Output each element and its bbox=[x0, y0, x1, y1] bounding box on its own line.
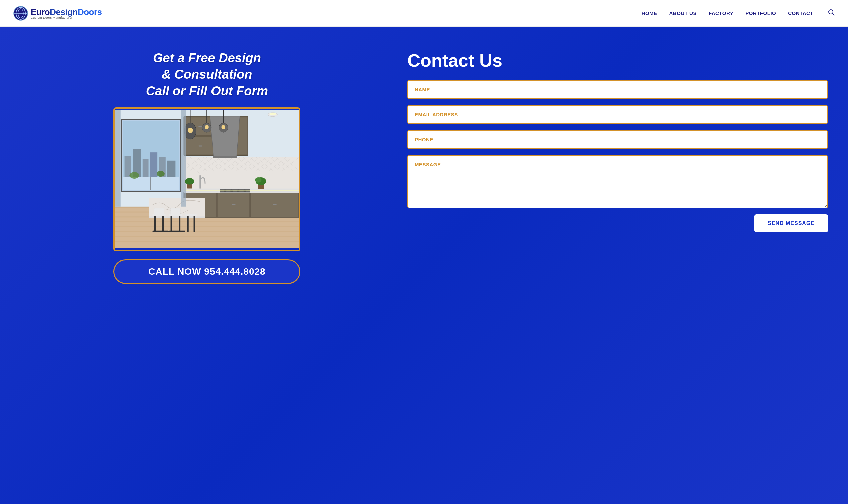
svg-rect-96 bbox=[179, 216, 181, 232]
svg-rect-101 bbox=[194, 216, 195, 232]
svg-marker-71 bbox=[210, 116, 240, 157]
svg-rect-100 bbox=[187, 216, 189, 232]
svg-rect-34 bbox=[199, 146, 203, 147]
svg-rect-27 bbox=[168, 161, 176, 177]
svg-point-28 bbox=[130, 172, 140, 179]
svg-line-5 bbox=[833, 14, 834, 15]
svg-rect-95 bbox=[171, 216, 172, 232]
svg-rect-12 bbox=[115, 226, 299, 227]
svg-rect-25 bbox=[151, 152, 158, 177]
svg-rect-38 bbox=[184, 157, 299, 190]
svg-rect-78 bbox=[231, 204, 236, 205]
svg-rect-86 bbox=[200, 175, 201, 188]
left-column: Get a Free Design & Consultation Call or… bbox=[27, 47, 387, 484]
message-input[interactable] bbox=[407, 155, 828, 208]
search-icon bbox=[828, 9, 835, 16]
svg-rect-11 bbox=[115, 221, 299, 222]
svg-rect-90 bbox=[154, 216, 156, 232]
svg-point-29 bbox=[157, 171, 165, 177]
svg-rect-79 bbox=[273, 204, 277, 205]
search-button[interactable] bbox=[828, 9, 835, 17]
logo[interactable]: EuroDesignDoors Custom Doors Manufacture… bbox=[13, 6, 102, 21]
right-column: Contact Us SEND MESSAGE bbox=[407, 47, 828, 484]
header: EuroDesignDoors Custom Doors Manufacture… bbox=[0, 0, 848, 27]
phone-input[interactable] bbox=[407, 130, 828, 149]
svg-rect-91 bbox=[162, 216, 164, 232]
nav-home[interactable]: HOME bbox=[641, 10, 657, 16]
svg-rect-24 bbox=[143, 159, 149, 177]
svg-rect-33 bbox=[199, 126, 203, 127]
svg-rect-115 bbox=[181, 110, 187, 207]
svg-point-120 bbox=[185, 178, 194, 185]
svg-rect-13 bbox=[115, 231, 299, 232]
contact-title: Contact Us bbox=[407, 50, 828, 71]
svg-rect-93 bbox=[154, 208, 165, 215]
call-now-button[interactable]: CALL NOW 954.444.8028 bbox=[114, 259, 300, 284]
svg-rect-72 bbox=[213, 156, 237, 158]
svg-point-110 bbox=[222, 125, 226, 129]
logo-icon bbox=[13, 6, 28, 21]
nav-factory[interactable]: FACTORY bbox=[709, 10, 733, 16]
kitchen-image-wrapper bbox=[114, 107, 300, 251]
svg-point-118 bbox=[255, 177, 262, 183]
svg-rect-14 bbox=[115, 236, 299, 237]
hero-heading: Get a Free Design & Consultation Call or… bbox=[146, 50, 268, 99]
svg-rect-92 bbox=[153, 231, 169, 232]
nav-portfolio[interactable]: PORTFOLIO bbox=[745, 10, 776, 16]
svg-rect-15 bbox=[115, 241, 299, 242]
email-input[interactable] bbox=[407, 105, 828, 124]
nav-contact[interactable]: CONTACT bbox=[788, 10, 813, 16]
send-message-button[interactable]: SEND MESSAGE bbox=[754, 214, 828, 232]
logo-text: EuroDesignDoors bbox=[31, 7, 102, 17]
svg-point-104 bbox=[188, 128, 193, 133]
svg-point-112 bbox=[270, 113, 276, 115]
svg-rect-99 bbox=[186, 214, 197, 216]
svg-rect-88 bbox=[150, 217, 206, 218]
svg-rect-114 bbox=[115, 110, 121, 207]
nav-about[interactable]: ABOUT US bbox=[669, 10, 696, 16]
svg-rect-97 bbox=[169, 231, 186, 232]
navigation: HOME ABOUT US FACTORY PORTFOLIO CONTACT bbox=[641, 9, 835, 17]
svg-rect-98 bbox=[171, 208, 181, 215]
kitchen-image bbox=[115, 109, 299, 249]
svg-point-107 bbox=[205, 125, 209, 129]
name-input[interactable] bbox=[407, 80, 828, 99]
hero-section: Get a Free Design & Consultation Call or… bbox=[0, 27, 848, 504]
svg-rect-113 bbox=[184, 190, 299, 191]
